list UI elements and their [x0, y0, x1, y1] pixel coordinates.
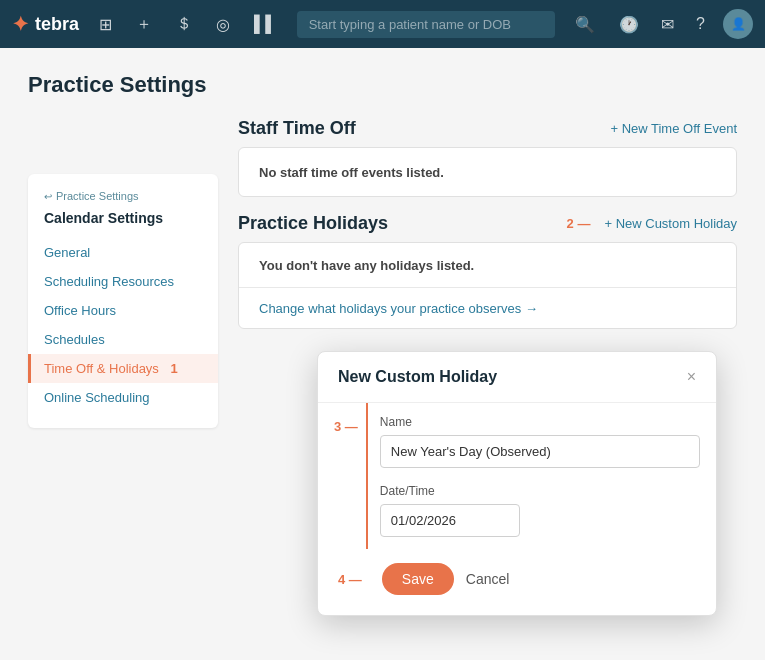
dollar-icon[interactable]: ＄ [172, 10, 196, 39]
staff-time-off-card: No staff time off events listed. [238, 147, 737, 197]
sidebar-item-time-off[interactable]: Time Off & Holidays 1 [28, 354, 218, 383]
holidays-header-right: 2 — + New Custom Holiday [567, 216, 737, 231]
avatar[interactable]: 👤 [723, 9, 753, 39]
sidebar-item-online-scheduling[interactable]: Online Scheduling [28, 383, 218, 412]
new-custom-holiday-link[interactable]: + New Custom Holiday [604, 216, 737, 231]
cancel-button[interactable]: Cancel [466, 571, 510, 587]
sidebar-parent-link[interactable]: Practice Settings [28, 190, 218, 210]
modal-title: New Custom Holiday [338, 368, 497, 386]
name-input[interactable] [380, 435, 700, 468]
page-container: Practice Settings Practice Settings Cale… [0, 48, 765, 660]
sidebar-item-general[interactable]: General [28, 238, 218, 267]
practice-holidays-title: Practice Holidays [238, 213, 388, 234]
date-form-group: Date/Time [380, 484, 700, 537]
history-icon[interactable]: 🕐 [615, 11, 643, 38]
step-3-indicator: 3 — [334, 403, 358, 549]
modal-header: New Custom Holiday × [318, 352, 716, 403]
patient-search-input[interactable] [297, 11, 555, 38]
name-form-group: Name [380, 415, 700, 468]
modal-body-wrapper: 3 — Name Date/Time [318, 403, 716, 549]
modal-step-container: 3 — Name Date/Time [334, 403, 700, 549]
modal-form: Name Date/Time [366, 403, 700, 549]
modal-footer: 4 — Save Cancel [318, 549, 716, 615]
content-inner: Practice Settings Calendar Settings Gene… [28, 118, 737, 636]
nav-right-actions: 🕐 ✉ ? 👤 [615, 9, 753, 39]
help-icon[interactable]: ? [692, 11, 709, 37]
new-custom-holiday-modal: New Custom Holiday × 3 — Name [317, 351, 717, 616]
staff-time-off-section: Staff Time Off + New Time Off Event No s… [238, 118, 737, 197]
sidebar-item-schedules[interactable]: Schedules [28, 325, 218, 354]
staff-time-off-title: Staff Time Off [238, 118, 356, 139]
sidebar-item-scheduling-resources[interactable]: Scheduling Resources [28, 267, 218, 296]
save-button[interactable]: Save [382, 563, 454, 595]
plus-icon[interactable]: ＋ [132, 10, 156, 39]
practice-holidays-card: You don't have any holidays listed. Chan… [238, 242, 737, 329]
step-2-indicator: 2 — [567, 216, 591, 231]
chart-icon[interactable]: ▌▌ [250, 11, 281, 37]
staff-time-off-empty: No staff time off events listed. [259, 165, 444, 180]
grid-icon[interactable]: ⊞ [95, 11, 116, 38]
change-holidays-link[interactable]: Change what holidays your practice obser… [259, 301, 538, 316]
name-label: Name [380, 415, 700, 429]
app-logo: ✦ tebra [12, 12, 79, 36]
logo-icon: ✦ [12, 12, 29, 36]
sidebar-item-office-hours[interactable]: Office Hours [28, 296, 218, 325]
holidays-empty-text: You don't have any holidays listed. [259, 258, 474, 273]
date-label: Date/Time [380, 484, 700, 498]
search-icon[interactable]: 🔍 [571, 11, 599, 38]
modal-close-button[interactable]: × [687, 368, 696, 386]
holidays-body: You don't have any holidays listed. [239, 243, 736, 287]
step-4-indicator: 4 — [338, 572, 362, 587]
top-navigation: ✦ tebra ⊞ ＋ ＄ ◎ ▌▌ 🔍 🕐 ✉ ? 👤 [0, 0, 765, 48]
location-icon[interactable]: ◎ [212, 11, 234, 38]
sidebar-header: Calendar Settings [28, 210, 218, 238]
step-1-indicator: 1 [171, 361, 178, 376]
page-title: Practice Settings [28, 72, 737, 98]
main-content: Practice Settings Practice Settings Cale… [0, 48, 765, 660]
holidays-footer: Change what holidays your practice obser… [239, 287, 736, 328]
date-input[interactable] [380, 504, 520, 537]
new-time-off-event-link[interactable]: + New Time Off Event [610, 121, 737, 136]
email-icon[interactable]: ✉ [657, 11, 678, 38]
practice-holidays-section: Practice Holidays 2 — + New Custom Holid… [238, 213, 737, 329]
app-name: tebra [35, 14, 79, 35]
sidebar: Practice Settings Calendar Settings Gene… [28, 174, 218, 428]
